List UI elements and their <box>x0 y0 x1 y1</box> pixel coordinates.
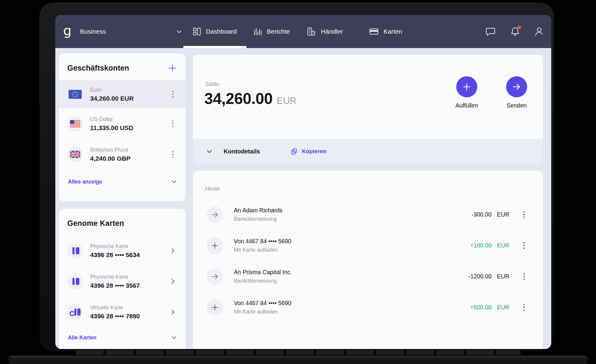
transaction-menu-button[interactable] <box>522 241 526 250</box>
transaction-amount: +500.00 <box>459 304 492 311</box>
cards-title: Genome Karten <box>67 219 124 228</box>
card-type: Virtuelle Karte <box>90 305 140 311</box>
account-row-usd[interactable]: US-Dollar 11,335.00 USD <box>59 108 185 139</box>
tab-label: Dashboard <box>206 28 237 35</box>
card-type: Physische Karte <box>90 243 140 250</box>
transaction-subtitle: Mit Karte aufladen <box>234 309 291 315</box>
card-row-5634[interactable]: Physische Karte 4396 28 •••• 5634 <box>59 235 185 266</box>
workspace-switcher[interactable]: g Business <box>63 15 106 48</box>
transaction-row[interactable]: Von 4467 84 •••• 5690 Mit Karte aufladen… <box>193 292 543 323</box>
copy-label: Kopieren <box>302 148 326 155</box>
account-row-euro[interactable]: Euro 34,260.00 EUR <box>59 80 185 108</box>
accounts-panel: Geschäftskonten Euro 34,260.00 EUR <box>59 53 185 201</box>
chat-icon[interactable] <box>485 27 496 36</box>
account-details-bar[interactable]: Kontodetails Kopieren <box>193 139 543 164</box>
transaction-title: Von 4467 84 •••• 5690 <box>234 300 291 307</box>
copy-icon <box>291 148 298 155</box>
card-number: 4396 28 •••• 7890 <box>90 313 140 320</box>
transaction-menu-button[interactable] <box>522 272 526 281</box>
account-menu-button[interactable] <box>171 90 175 99</box>
transaction-menu-button[interactable] <box>522 210 526 219</box>
transactions-list: An Adam Richards Banküberweisung -300.00… <box>193 199 543 323</box>
chevron-down-icon[interactable] <box>177 30 182 33</box>
arrow-right-icon <box>206 206 223 223</box>
workspace-name: Business <box>80 28 106 35</box>
transaction-row[interactable]: Von 4467 84 •••• 5690 Mit Karte aufladen… <box>193 230 543 261</box>
plus-icon <box>206 237 223 254</box>
us-flag <box>67 116 83 132</box>
tab-label: Berichte <box>267 28 290 35</box>
chevron-down-icon[interactable] <box>207 150 212 153</box>
balance-label: Saldo <box>205 81 219 87</box>
account-name: Euro <box>90 87 134 93</box>
plus-icon <box>206 299 223 316</box>
card-number: 4396 28 •••• 5634 <box>90 251 140 259</box>
app-window: g Business Dashboard Berichte Händler <box>55 15 551 349</box>
transaction-subtitle: Banküberweisung <box>234 216 283 222</box>
tab-haendler[interactable]: Händler <box>305 15 345 48</box>
merchant-building-icon <box>307 27 316 36</box>
virtual-card-icon <box>67 304 83 320</box>
plus-icon[interactable] <box>456 76 477 97</box>
navbar-actions <box>485 15 543 48</box>
transaction-title: An Prisma Capital Inc. <box>234 269 292 276</box>
account-name: US-Dollar <box>90 116 133 123</box>
uk-flag <box>67 147 83 162</box>
transaction-amount: -300.00 <box>459 211 492 218</box>
transaction-title: An Adam Richards <box>234 207 283 214</box>
accounts-title: Geschäftskonten <box>67 64 129 72</box>
transaction-currency: EUR <box>497 273 510 280</box>
add-account-button[interactable] <box>169 64 176 72</box>
eu-flag <box>67 86 83 102</box>
copy-button[interactable]: Kopieren <box>291 148 326 155</box>
transactions-panel: Heute An Adam Richards Banküberweisung -… <box>193 171 543 349</box>
show-all-accounts-link[interactable]: Alles anzeige <box>68 179 102 185</box>
card-row-3567[interactable]: Physische Karte 4396 28 •••• 3567 <box>59 266 185 297</box>
top-navbar: g Business Dashboard Berichte Händler <box>55 15 551 48</box>
account-menu-button[interactable] <box>171 119 175 129</box>
account-row-gbp[interactable]: Britisches Pfund 4,240.00 GBP <box>59 139 185 170</box>
balance-currency: EUR <box>277 96 296 106</box>
account-name: Britisches Pfund <box>90 147 130 153</box>
dashboard-content: Geschäftskonten Euro 34,260.00 EUR <box>55 48 551 349</box>
genome-logo: g <box>63 24 72 37</box>
send-label: Senden <box>506 102 527 109</box>
top-up-button[interactable]: Auffüllen <box>451 76 483 109</box>
tab-berichte[interactable]: Berichte <box>252 15 292 48</box>
balance-amount: 34,260.00 <box>204 89 273 108</box>
user-icon[interactable] <box>534 27 543 36</box>
chevron-down-icon[interactable] <box>172 336 176 339</box>
send-button[interactable]: Senden <box>501 76 533 109</box>
dashboard-icon <box>193 28 201 35</box>
tab-label: Händler <box>321 28 343 35</box>
bell-icon[interactable] <box>510 26 520 37</box>
transaction-menu-button[interactable] <box>522 303 526 312</box>
card-number: 4396 28 •••• 3567 <box>90 282 140 289</box>
account-balance: 4,240.00 GBP <box>90 155 130 162</box>
transaction-row[interactable]: An Adam Richards Banküberweisung -300.00… <box>193 199 543 230</box>
balance-actions: Auffüllen Senden <box>451 76 533 109</box>
card-row-7890[interactable]: Virtuelle Karte 4396 28 •••• 7890 <box>59 297 185 327</box>
transaction-amount: +100.00 <box>459 242 492 249</box>
transaction-row[interactable]: An Prisma Capital Inc. Banküberweisung -… <box>193 261 543 292</box>
transaction-currency: EUR <box>497 242 510 249</box>
transaction-currency: EUR <box>497 211 510 218</box>
transactions-group-label: Heute <box>205 186 220 192</box>
report-bars-icon <box>254 28 262 35</box>
notification-badge <box>518 26 521 29</box>
account-details-label[interactable]: Kontodetails <box>224 148 260 155</box>
chevron-right-icon[interactable] <box>171 309 175 315</box>
chevron-right-icon[interactable] <box>171 248 175 253</box>
transaction-currency: EUR <box>497 304 510 311</box>
show-all-cards-link[interactable]: Alle Karten <box>68 335 96 341</box>
chevron-right-icon[interactable] <box>171 279 175 284</box>
arrow-right-icon <box>206 268 223 285</box>
physical-card-icon <box>67 274 83 289</box>
account-balance: 34,260.00 EUR <box>90 95 134 102</box>
arrow-right-icon[interactable] <box>506 76 527 97</box>
tab-karten[interactable]: Karten <box>368 15 404 48</box>
chevron-down-icon[interactable] <box>172 180 176 183</box>
account-menu-button[interactable] <box>171 150 175 159</box>
balance-panel: Saldo 34,260.00 EUR Auffüllen <box>193 55 543 164</box>
tab-dashboard[interactable]: Dashboard <box>191 15 239 48</box>
